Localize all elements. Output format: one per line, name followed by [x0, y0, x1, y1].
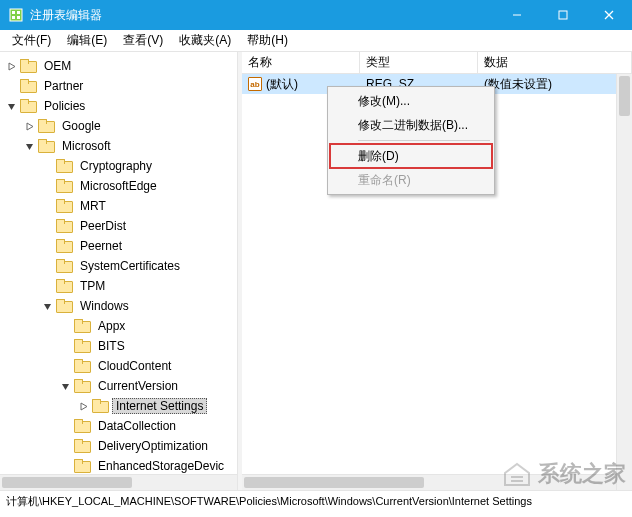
context-menu: 修改(M)...修改二进制数据(B)...删除(D)重命名(R)	[327, 86, 495, 195]
tree-node[interactable]: CurrentVersion	[4, 376, 237, 396]
folder-icon	[92, 399, 108, 413]
tree-node-label: TPM	[76, 278, 109, 294]
tree-node-label: DataCollection	[94, 418, 180, 434]
column-header-name[interactable]: 名称	[242, 52, 360, 73]
tree-node-label: DeliveryOptimization	[94, 438, 212, 454]
titlebar: 注册表编辑器	[0, 0, 632, 30]
tree-node[interactable]: DeliveryOptimization	[4, 436, 237, 456]
tree-node-label: EnhancedStorageDevic	[94, 458, 228, 474]
svg-rect-2	[17, 11, 20, 14]
chevron-down-icon[interactable]	[4, 99, 18, 113]
minimize-button[interactable]	[494, 0, 540, 30]
tree-node[interactable]: MRT	[4, 196, 237, 216]
tree-node-label: MicrosoftEdge	[76, 178, 161, 194]
menu-separator	[358, 140, 490, 141]
maximize-button[interactable]	[540, 0, 586, 30]
scrollbar-thumb[interactable]	[2, 477, 132, 488]
folder-icon	[56, 199, 72, 213]
svg-rect-1	[12, 11, 15, 14]
chevron-right-icon[interactable]	[4, 59, 18, 73]
chevron-right-icon[interactable]	[22, 119, 36, 133]
status-path: 计算机\HKEY_LOCAL_MACHINE\SOFTWARE\Policies…	[6, 494, 532, 509]
scrollbar-thumb[interactable]	[619, 76, 630, 116]
tree-node-label: Internet Settings	[112, 398, 207, 414]
tree-node[interactable]: Google	[4, 116, 237, 136]
svg-rect-4	[17, 16, 20, 19]
window-buttons	[494, 0, 632, 30]
folder-icon	[74, 319, 90, 333]
cell-data: (数值未设置)	[478, 76, 632, 93]
tree-node[interactable]: Windows	[4, 296, 237, 316]
tree-node-label: Peernet	[76, 238, 126, 254]
tree-node[interactable]: EnhancedStorageDevic	[4, 456, 237, 476]
tree-node-label: MRT	[76, 198, 110, 214]
tree-horizontal-scrollbar[interactable]	[0, 474, 237, 490]
tree-pane[interactable]: OEMPartnerPoliciesGoogleMicrosoftCryptog…	[0, 52, 238, 490]
folder-icon	[56, 179, 72, 193]
tree-node-label: CloudContent	[94, 358, 175, 374]
svg-rect-3	[12, 16, 15, 19]
tree-node[interactable]: DataCollection	[4, 416, 237, 436]
folder-icon	[74, 419, 90, 433]
tree-node[interactable]: Policies	[4, 96, 237, 116]
tree-node[interactable]: TPM	[4, 276, 237, 296]
folder-icon	[74, 359, 90, 373]
tree-node[interactable]: Internet Settings	[4, 396, 237, 416]
menu-file[interactable]: 文件(F)	[4, 30, 59, 51]
context-menu-item[interactable]: 修改(M)...	[330, 89, 492, 113]
folder-icon	[20, 99, 36, 113]
chevron-down-icon[interactable]	[22, 139, 36, 153]
tree-node[interactable]: OEM	[4, 56, 237, 76]
tree-node-label: Windows	[76, 298, 133, 314]
tree-node-label: SystemCertificates	[76, 258, 184, 274]
tree-node[interactable]: Peernet	[4, 236, 237, 256]
column-header-type[interactable]: 类型	[360, 52, 478, 73]
tree-node-label: PeerDist	[76, 218, 130, 234]
tree-node-label: Partner	[40, 78, 87, 94]
context-menu-item: 重命名(R)	[330, 168, 492, 192]
folder-icon	[20, 59, 36, 73]
folder-icon	[56, 159, 72, 173]
folder-icon	[20, 79, 36, 93]
menubar: 文件(F) 编辑(E) 查看(V) 收藏夹(A) 帮助(H)	[0, 30, 632, 52]
svg-rect-0	[10, 9, 22, 21]
tree-node-label: Policies	[40, 98, 89, 114]
scrollbar-thumb[interactable]	[244, 477, 424, 488]
menu-help[interactable]: 帮助(H)	[239, 30, 296, 51]
menu-view[interactable]: 查看(V)	[115, 30, 171, 51]
tree-node-label: CurrentVersion	[94, 378, 182, 394]
tree-node[interactable]: Microsoft	[4, 136, 237, 156]
menu-edit[interactable]: 编辑(E)	[59, 30, 115, 51]
folder-icon	[38, 119, 54, 133]
chevron-down-icon[interactable]	[40, 299, 54, 313]
close-button[interactable]	[586, 0, 632, 30]
tree-node[interactable]: MicrosoftEdge	[4, 176, 237, 196]
list-horizontal-scrollbar[interactable]	[242, 474, 616, 490]
tree-node-label: Cryptography	[76, 158, 156, 174]
tree-node[interactable]: SystemCertificates	[4, 256, 237, 276]
folder-icon	[74, 459, 90, 473]
tree-node-label: Microsoft	[58, 138, 115, 154]
folder-icon	[56, 239, 72, 253]
svg-rect-6	[559, 11, 567, 19]
folder-icon	[74, 339, 90, 353]
tree-node[interactable]: Appx	[4, 316, 237, 336]
folder-icon	[74, 439, 90, 453]
context-menu-item[interactable]: 删除(D)	[330, 144, 492, 168]
menu-favorites[interactable]: 收藏夹(A)	[171, 30, 239, 51]
chevron-right-icon[interactable]	[76, 399, 90, 413]
column-header-data[interactable]: 数据	[478, 52, 632, 73]
tree-node[interactable]: CloudContent	[4, 356, 237, 376]
tree-node[interactable]: BITS	[4, 336, 237, 356]
tree-node[interactable]: Partner	[4, 76, 237, 96]
tree-node-label: OEM	[40, 58, 75, 74]
tree-node-label: BITS	[94, 338, 129, 354]
chevron-down-icon[interactable]	[58, 379, 72, 393]
regedit-icon	[8, 7, 24, 23]
window-title: 注册表编辑器	[30, 7, 494, 24]
statusbar: 计算机\HKEY_LOCAL_MACHINE\SOFTWARE\Policies…	[0, 490, 632, 512]
list-vertical-scrollbar[interactable]	[616, 74, 632, 490]
tree-node[interactable]: PeerDist	[4, 216, 237, 236]
tree-node[interactable]: Cryptography	[4, 156, 237, 176]
context-menu-item[interactable]: 修改二进制数据(B)...	[330, 113, 492, 137]
